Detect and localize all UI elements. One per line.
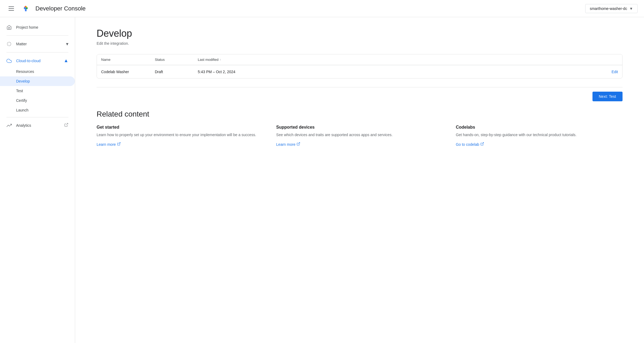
learn-more-link-supported-devices[interactable]: Learn more (276, 142, 443, 147)
sidebar-develop-label: Develop (16, 79, 30, 83)
layout: Project home Matter ▾ Cloud-to-cloud ▲ (0, 17, 644, 343)
row-last-modified: 5:43 PM – Oct 2, 2024 (198, 70, 591, 74)
svg-rect-2 (25, 9, 27, 11)
header-title: Developer Console (35, 5, 86, 12)
sidebar-item-matter[interactable]: Matter ▾ (0, 38, 75, 50)
card-codelabs-title: Codelabs (456, 125, 623, 130)
sidebar-item-cloud-to-cloud[interactable]: Cloud-to-cloud ▲ (0, 55, 75, 67)
sidebar-item-project-home[interactable]: Project home (0, 21, 75, 33)
integration-table: Name Status Last modified ↑ Codelab Wash… (97, 54, 623, 79)
row-name: Codelab Washer (101, 70, 155, 74)
svg-line-5 (298, 143, 300, 144)
edit-button[interactable]: Edit (591, 70, 618, 74)
table-header: Name Status Last modified ↑ (97, 54, 622, 65)
col-header-last-modified[interactable]: Last modified ↑ (198, 58, 591, 62)
sidebar-sub-item-launch[interactable]: Launch (0, 105, 75, 115)
external-link-icon-get-started (117, 142, 121, 147)
next-test-button[interactable]: Next: Test (592, 92, 623, 101)
svg-line-4 (118, 143, 120, 144)
sidebar-analytics-label: Analytics (16, 123, 31, 128)
page-title: Develop (97, 28, 623, 39)
sidebar-sub-item-resources[interactable]: Resources (0, 67, 75, 76)
card-supported-devices-title: Supported devices (276, 125, 443, 130)
external-link-icon-analytics (64, 123, 68, 128)
sort-icon: ↑ (219, 58, 221, 62)
related-card-get-started: Get started Learn how to properly set up… (97, 125, 263, 147)
svg-line-3 (66, 123, 68, 125)
sidebar-sub-item-develop[interactable]: Develop (0, 76, 75, 86)
related-content-title: Related content (97, 110, 623, 118)
col-header-status: Status (155, 58, 198, 62)
svg-line-6 (482, 143, 484, 144)
sidebar-certify-label: Certify (16, 98, 27, 103)
learn-more-label-get-started: Learn more (97, 142, 116, 147)
header-left: Developer Console (6, 3, 86, 14)
sidebar-launch-label: Launch (16, 108, 28, 112)
col-header-name: Name (101, 58, 155, 62)
sidebar-divider-2 (6, 52, 68, 53)
home-icon (6, 25, 12, 30)
related-cards: Get started Learn how to properly set up… (97, 125, 623, 147)
page-subtitle: Edit the integration. (97, 41, 623, 46)
sidebar-divider-1 (6, 35, 68, 36)
row-status: Draft (155, 70, 198, 74)
hamburger-menu-icon[interactable] (6, 4, 16, 13)
main-content: Develop Edit the integration. Name Statu… (75, 17, 644, 343)
cloud-icon (6, 58, 12, 64)
related-card-codelabs: Codelabs Get hands-on, step-by-step guid… (456, 125, 623, 147)
sidebar-item-analytics[interactable]: Analytics (0, 120, 75, 131)
go-to-codelab-link[interactable]: Go to codelab (456, 142, 623, 147)
sidebar-resources-label: Resources (16, 69, 34, 74)
sidebar-project-home-label: Project home (16, 25, 38, 29)
chevron-down-icon-matter: ▾ (66, 41, 68, 47)
go-to-codelab-label: Go to codelab (456, 142, 479, 147)
chevron-up-icon-c2c: ▲ (64, 58, 68, 64)
sidebar-sub-item-certify[interactable]: Certify (0, 96, 75, 105)
learn-more-label-supported-devices: Learn more (276, 142, 295, 147)
related-content-section: Related content Get started Learn how to… (97, 110, 623, 147)
card-supported-devices-desc: See which devices and traits are support… (276, 132, 443, 138)
card-get-started-title: Get started (97, 125, 263, 130)
col-header-action (591, 58, 618, 62)
sidebar: Project home Matter ▾ Cloud-to-cloud ▲ (0, 17, 75, 343)
project-selector[interactable]: smarthome-washer-dc ▼ (585, 4, 638, 13)
sidebar-divider-3 (6, 117, 68, 117)
action-row: Next: Test (97, 87, 623, 110)
project-selector-label: smarthome-washer-dc (590, 6, 627, 11)
google-home-logo (20, 3, 31, 14)
header: Developer Console smarthome-washer-dc ▼ (0, 0, 644, 17)
sparkle-icon (6, 41, 12, 47)
sidebar-test-label: Test (16, 89, 23, 93)
card-codelabs-desc: Get hands-on, step-by-step guidance with… (456, 132, 623, 138)
learn-more-link-get-started[interactable]: Learn more (97, 142, 263, 147)
table-row: Codelab Washer Draft 5:43 PM – Oct 2, 20… (97, 65, 622, 78)
sidebar-cloud-to-cloud-label: Cloud-to-cloud (16, 59, 41, 63)
trending-up-icon (6, 123, 12, 128)
related-card-supported-devices: Supported devices See which devices and … (276, 125, 443, 147)
chevron-down-icon: ▼ (629, 6, 633, 11)
external-link-icon-codelabs (480, 142, 484, 147)
external-link-icon-supported-devices (297, 142, 300, 147)
sidebar-matter-label: Matter (16, 42, 27, 46)
card-get-started-desc: Learn how to properly set up your enviro… (97, 132, 263, 138)
sidebar-sub-item-test[interactable]: Test (0, 86, 75, 96)
